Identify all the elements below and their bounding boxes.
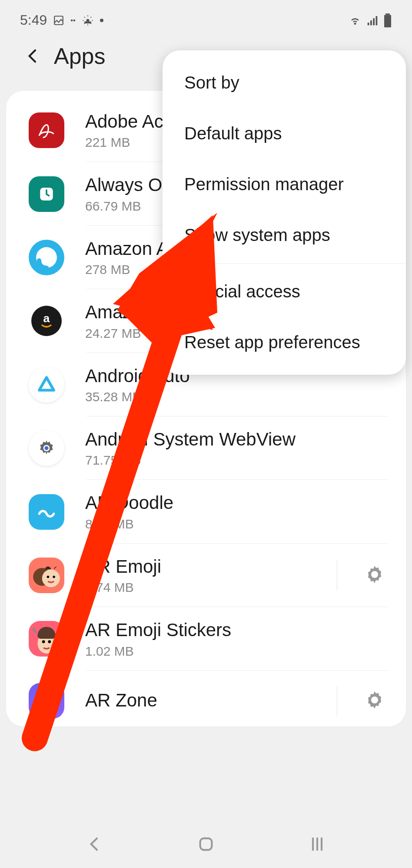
status-bar: 5:49 ▪▪ (0, 0, 412, 33)
svg-point-16 (42, 569, 60, 587)
emoji-icon (29, 558, 64, 593)
menu-divider (163, 263, 406, 264)
app-size: 1.02 MB (85, 644, 385, 659)
app-name: Android System WebView (85, 429, 385, 450)
menu-sort-by[interactable]: Sort by (163, 57, 406, 108)
android-auto-icon (29, 367, 64, 403)
list-item[interactable]: AR Emoji 1.74 MB (6, 544, 406, 607)
nav-home-button[interactable] (197, 835, 215, 853)
app-name: AR Emoji (85, 556, 337, 578)
navigation-bar (0, 820, 412, 868)
svg-rect-7 (384, 15, 391, 27)
svg-point-21 (42, 640, 45, 644)
app-size: 71.75 MB (85, 453, 385, 468)
list-item[interactable]: AR AR Zone (6, 671, 406, 719)
picture-icon (53, 15, 64, 26)
app-size: 8.53 MB (85, 517, 385, 531)
svg-point-18 (53, 576, 55, 578)
dot-icon (100, 19, 103, 22)
app-name: AR Emoji Stickers (85, 619, 385, 641)
svg-rect-5 (376, 16, 378, 25)
menu-default-apps[interactable]: Default apps (163, 108, 406, 159)
svg-point-19 (371, 571, 378, 578)
svg-rect-3 (370, 20, 372, 25)
nav-back-button[interactable] (86, 835, 103, 853)
divider (337, 686, 337, 716)
weather-icon (82, 14, 94, 26)
arzone-icon: AR (29, 683, 64, 719)
svg-rect-4 (373, 18, 375, 25)
battery-icon (383, 13, 392, 27)
nav-recents-button[interactable] (309, 835, 326, 853)
settings-gear-button[interactable] (351, 690, 385, 712)
divider (337, 560, 337, 591)
hbo-icon: ▪▪ (70, 17, 75, 24)
amazon-icon: a (31, 306, 62, 336)
svg-rect-6 (385, 13, 390, 15)
adobe-icon (29, 112, 64, 148)
alexa-icon (29, 240, 64, 275)
app-name: AR Doodle (85, 492, 385, 514)
svg-point-14 (44, 446, 48, 450)
wifi-icon (349, 14, 362, 27)
gear-icon (29, 430, 64, 466)
app-size: 1.74 MB (85, 580, 337, 595)
menu-show-system-apps[interactable]: Show system apps (163, 210, 406, 261)
doodle-icon (29, 494, 64, 530)
page-title: Apps (54, 43, 106, 69)
list-item[interactable]: Android System WebView 71.75 MB (6, 416, 406, 480)
settings-gear-button[interactable] (351, 564, 385, 587)
svg-rect-30 (200, 838, 212, 850)
app-size: 35.28 MB (85, 389, 385, 404)
list-item[interactable]: AR Emoji Stickers 1.02 MB (6, 607, 406, 670)
clock-icon (29, 176, 64, 212)
app-name: AR Zone (85, 690, 337, 711)
svg-text:a: a (43, 312, 50, 325)
menu-special-access[interactable]: Special access (163, 266, 406, 317)
svg-point-23 (371, 696, 378, 703)
svg-point-17 (47, 576, 49, 578)
menu-reset-app-preferences[interactable]: Reset app preferences (163, 317, 406, 368)
svg-rect-2 (368, 23, 369, 25)
status-time: 5:49 (20, 12, 47, 28)
back-button[interactable] (20, 43, 46, 69)
menu-permission-manager[interactable]: Permission manager (163, 159, 406, 210)
svg-point-22 (48, 640, 51, 644)
signal-icon (366, 14, 379, 27)
list-item[interactable]: AR Doodle 8.53 MB (6, 480, 406, 543)
overflow-menu: Sort by Default apps Permission manager … (163, 50, 406, 375)
emoji-sticker-icon (29, 621, 64, 657)
